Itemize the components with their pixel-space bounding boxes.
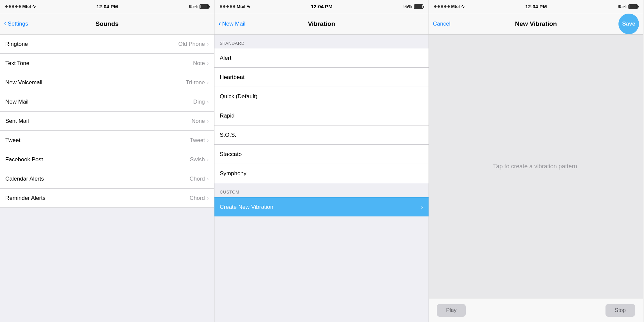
calendar-alerts-row[interactable]: Calendar Alerts Chord › [0,169,214,189]
panel-vibration: Mtel ∿ 12:04 PM 95% ‹ New Mail Vibration… [214,0,429,322]
battery-pct-2: 95% [403,4,412,9]
cancel-label[interactable]: Cancel [433,21,450,27]
vibration-row-quick[interactable]: Quick (Default) [214,87,429,106]
panel-sounds: Mtel ∿ 12:04 PM 95% ‹ Settings Sounds Ri… [0,0,214,322]
settings-back-button[interactable]: ‹ Settings [4,21,28,27]
ringtone-chevron: › [207,41,209,47]
tap-instruction: Tap to create a vibration pattern. [493,163,579,170]
battery-fill-1 [201,5,208,8]
sent-mail-row[interactable]: Sent Mail None › [0,112,214,131]
time-2: 12:04 PM [311,4,332,9]
wifi-icon-1: ∿ [32,4,36,9]
time-3: 12:04 PM [525,4,547,9]
back-chevron-2: ‹ [218,20,221,27]
sent-mail-label: Sent Mail [5,118,29,124]
text-tone-right: Note › [193,60,209,67]
save-button[interactable]: Save [618,14,639,34]
vibration-controls: Play Stop [429,298,643,322]
new-voicemail-row[interactable]: New Voicemail Tri-tone › [0,73,214,92]
vibration-row-heartbeat[interactable]: Heartbeat [214,68,429,87]
facebook-post-chevron: › [207,156,209,163]
save-label[interactable]: Save [622,21,635,27]
calendar-alerts-value: Chord [190,176,205,182]
tweet-value: Tweet [190,137,205,144]
new-mail-row[interactable]: New Mail Ding › [0,92,214,112]
signal-dots-3 [434,5,450,8]
text-tone-row[interactable]: Text Tone Note › [0,54,214,73]
new-voicemail-value: Tri-tone [186,79,205,86]
status-left-3: Mtel ∿ [434,4,465,9]
new-mail-label: New Mail [5,99,29,105]
new-mail-value: Ding [193,99,205,105]
text-tone-label: Text Tone [5,60,29,67]
vibration-list: STANDARD Alert Heartbeat Quick (Default)… [214,35,429,322]
vibration-row-staccato[interactable]: Staccato [214,145,429,164]
vibration-label-rapid: Rapid [220,113,234,119]
carrier-1: Mtel [22,4,31,9]
sounds-settings-list-inner: Ringtone Old Phone › Text Tone Note › Ne… [0,35,214,208]
tweet-right: Tweet › [190,137,209,144]
text-tone-chevron: › [207,60,209,67]
status-bar-3: Mtel ∿ 12:04 PM 95% [429,0,643,13]
vibration-label-sos: S.O.S. [220,132,236,138]
battery-icon-2 [414,4,423,9]
vibration-row-symphony[interactable]: Symphony [214,164,429,183]
nav-title-1: Sounds [96,20,119,28]
sent-mail-right: None › [192,118,209,124]
back-label-1[interactable]: Settings [8,21,28,27]
signal-dots-2 [220,5,235,8]
time-1: 12:04 PM [96,4,118,9]
vibration-tap-area[interactable]: Tap to create a vibration pattern. [429,35,643,298]
new-mail-back-button[interactable]: ‹ New Mail [218,21,245,27]
new-mail-chevron: › [207,99,209,105]
stop-button[interactable]: Stop [605,304,635,317]
vibration-label-staccato: Staccato [220,151,242,158]
reminder-alerts-value: Chord [190,195,205,201]
vibration-row-sos[interactable]: S.O.S. [214,125,429,145]
custom-header: CUSTOM [214,183,429,197]
reminder-alerts-right: Chord › [190,195,209,201]
wifi-icon-3: ∿ [461,4,465,9]
panel-new-vibration: Mtel ∿ 12:04 PM 95% Cancel New Vibration… [429,0,643,322]
ringtone-value: Old Phone [178,41,205,47]
create-new-vibration-row[interactable]: Create New Vibration › [214,197,429,216]
play-button[interactable]: Play [437,304,466,317]
status-left-1: Mtel ∿ [5,4,36,9]
standard-header: STANDARD [214,35,429,48]
facebook-post-label: Facebook Post [5,156,43,163]
create-new-chevron: › [421,203,423,211]
back-label-2[interactable]: New Mail [222,21,245,27]
calendar-alerts-right: Chord › [190,176,209,182]
status-bar-1: Mtel ∿ 12:04 PM 95% [0,0,214,13]
nav-title-3: New Vibration [515,20,557,28]
create-new-label[interactable]: Create New Vibration [220,204,273,210]
facebook-post-row[interactable]: Facebook Post Swish › [0,150,214,169]
battery-fill-2 [415,5,422,8]
new-mail-right: Ding › [193,99,209,105]
status-bar-2: Mtel ∿ 12:04 PM 95% [214,0,429,13]
status-right-3: 95% [618,4,638,9]
tweet-label: Tweet [5,137,20,144]
vibration-row-alert[interactable]: Alert [214,48,429,68]
sounds-settings-list: Ringtone Old Phone › Text Tone Note › Ne… [0,35,214,322]
ringtone-label: Ringtone [5,41,28,47]
calendar-alerts-chevron: › [207,176,209,182]
reminder-alerts-row[interactable]: Reminder Alerts Chord › [0,189,214,208]
nav-bar-1: ‹ Settings Sounds [0,13,214,35]
text-tone-value: Note [193,60,205,67]
nav-bar-2: ‹ New Mail Vibration [214,13,429,35]
vibration-label-heartbeat: Heartbeat [220,74,245,81]
new-voicemail-right: Tri-tone › [186,79,209,86]
vibration-label-symphony: Symphony [220,170,246,177]
facebook-post-value: Swish [190,156,205,163]
vibration-label-alert: Alert [220,55,231,61]
back-chevron-1: ‹ [4,20,6,27]
ringtone-row[interactable]: Ringtone Old Phone › [0,35,214,54]
tweet-row[interactable]: Tweet Tweet › [0,131,214,150]
facebook-post-right: Swish › [190,156,209,163]
new-voicemail-chevron: › [207,79,209,86]
reminder-alerts-label: Reminder Alerts [5,195,45,201]
vibration-row-rapid[interactable]: Rapid [214,106,429,125]
cancel-button[interactable]: Cancel [433,21,450,27]
battery-icon-1 [200,4,209,9]
